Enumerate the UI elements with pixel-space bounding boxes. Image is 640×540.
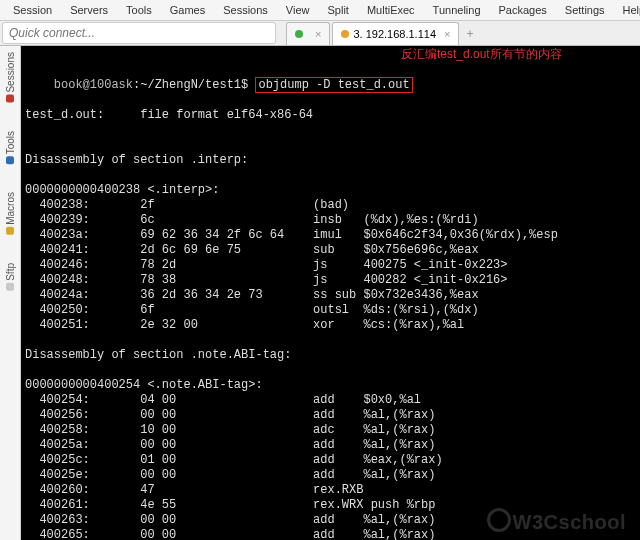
status-dot [341,30,349,38]
sidebar-sftp[interactable]: Sftp [5,261,16,293]
sidebar-sessions[interactable]: Sessions [5,50,16,105]
highlighted-command: objdump -D test_d.out [255,77,412,93]
sidebar-tools[interactable]: Tools [5,129,16,166]
tab-label: 3. 192.168.1.114 [353,28,436,40]
terminal[interactable]: 反汇编test_d.out所有节的内容 book@100ask:~/ZhengN… [21,46,640,540]
menu-item-tools[interactable]: Tools [117,0,161,20]
menu-item-servers[interactable]: Servers [61,0,117,20]
menu-item-sessions[interactable]: Sessions [214,0,277,20]
menu-item-games[interactable]: Games [161,0,214,20]
sidebar-macros[interactable]: Macros [5,190,16,237]
menu-item-split[interactable]: Split [319,0,358,20]
sidebar-icon [6,156,14,164]
menu-item-packages[interactable]: Packages [490,0,556,20]
close-icon[interactable]: × [315,28,321,40]
new-tab-button[interactable]: ＋ [461,25,479,42]
sidebar-icon [6,95,14,103]
session-tab-0[interactable]: × [286,22,330,45]
connect-bar: ×3. 192.168.1.114×＋ [0,21,640,46]
menu-item-session[interactable]: Session [4,0,61,20]
sidebar: SessionsToolsMacrosSftp [0,46,21,540]
menu-bar: SessionServersToolsGamesSessionsViewSpli… [0,0,640,21]
terminal-output: test_d.out: file format elf64-x86-64 Dis… [25,93,636,540]
status-dot [295,30,303,38]
menu-item-help[interactable]: Help [614,0,640,20]
sidebar-icon [6,227,14,235]
menu-item-multiexec[interactable]: MultiExec [358,0,424,20]
quick-connect-input[interactable] [2,22,276,44]
close-icon[interactable]: × [444,28,450,40]
sidebar-icon [6,283,14,291]
menu-item-view[interactable]: View [277,0,319,20]
workspace: SessionsToolsMacrosSftp 反汇编test_d.out所有节… [0,46,640,540]
annotation-text: 反汇编test_d.out所有节的内容 [401,47,562,62]
session-tab-1[interactable]: 3. 192.168.1.114× [332,22,459,45]
menu-item-settings[interactable]: Settings [556,0,614,20]
menu-item-tunneling[interactable]: Tunneling [424,0,490,20]
tab-row: ×3. 192.168.1.114×＋ [286,22,479,45]
prompt-user: book@100ask [54,78,133,92]
prompt-path: :~/ZhengN/test1$ [133,78,255,92]
